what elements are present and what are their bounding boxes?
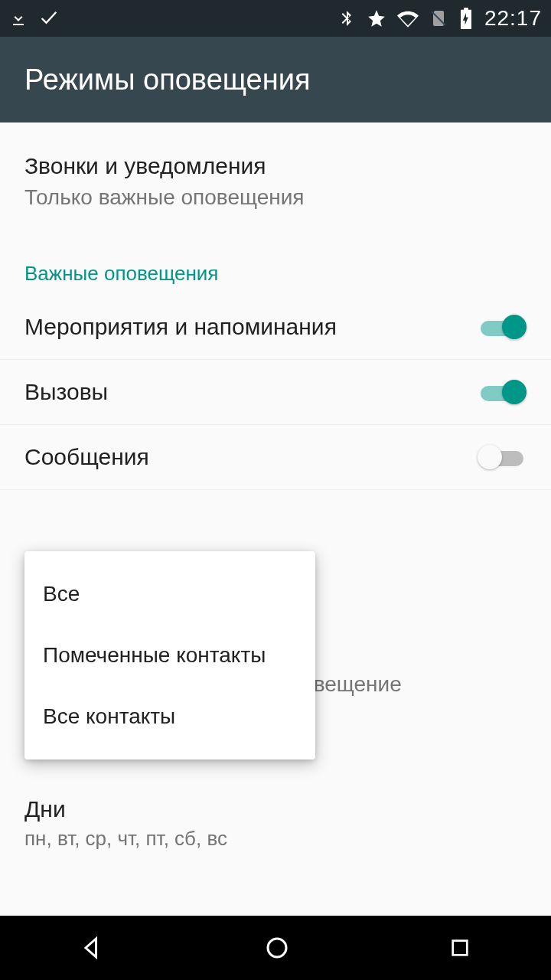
wifi-icon xyxy=(397,8,419,29)
recents-button[interactable] xyxy=(448,936,472,960)
svg-point-0 xyxy=(268,939,286,957)
bluetooth-icon xyxy=(337,9,356,28)
popup-option-all-contacts[interactable]: Все контакты xyxy=(24,686,315,747)
no-sim-icon xyxy=(429,9,448,28)
setting-subtitle: Только важные оповещения xyxy=(24,185,527,210)
setting-title: Сообщения xyxy=(24,444,149,470)
navigation-bar xyxy=(0,916,551,980)
setting-title: Дни xyxy=(24,796,227,822)
toggle-messages[interactable] xyxy=(478,443,527,471)
app-bar: Режимы оповещения xyxy=(0,37,551,122)
home-button[interactable] xyxy=(263,934,291,962)
download-icon xyxy=(9,9,28,28)
page-title: Режимы оповещения xyxy=(24,64,311,96)
svg-rect-1 xyxy=(453,941,468,956)
toggle-events[interactable] xyxy=(478,313,527,341)
popup-option-all[interactable]: Все xyxy=(24,564,315,625)
battery-charging-icon xyxy=(458,8,474,29)
contacts-filter-popup: Все Помеченные контакты Все контакты xyxy=(24,551,315,760)
toggle-calls[interactable] xyxy=(478,378,527,406)
setting-title: Звонки и уведомления xyxy=(24,153,527,179)
setting-days[interactable]: Дни пн, вт, ср, чт, пт, сб, вс xyxy=(24,796,227,851)
setting-title: Вызовы xyxy=(24,379,108,405)
status-bar: 22:17 xyxy=(0,0,551,37)
clock-time: 22:17 xyxy=(484,6,542,31)
setting-subtitle: пн, вт, ср, чт, пт, сб, вс xyxy=(24,827,227,851)
setting-events-reminders[interactable]: Мероприятия и напоминания xyxy=(0,295,551,360)
setting-messages[interactable]: Сообщения xyxy=(0,425,551,490)
play-verified-icon xyxy=(38,8,60,29)
section-header-important: Важные оповещения xyxy=(0,231,551,295)
back-button[interactable] xyxy=(79,934,106,962)
setting-title: Мероприятия и напоминания xyxy=(24,314,337,340)
star-icon xyxy=(367,8,386,28)
setting-calls[interactable]: Вызовы xyxy=(0,360,551,425)
setting-calls-and-notifications[interactable]: Звонки и уведомления Только важные опове… xyxy=(0,122,551,231)
settings-list: Звонки и уведомления Только важные опове… xyxy=(0,122,551,490)
popup-option-starred[interactable]: Помеченные контакты xyxy=(24,625,315,686)
